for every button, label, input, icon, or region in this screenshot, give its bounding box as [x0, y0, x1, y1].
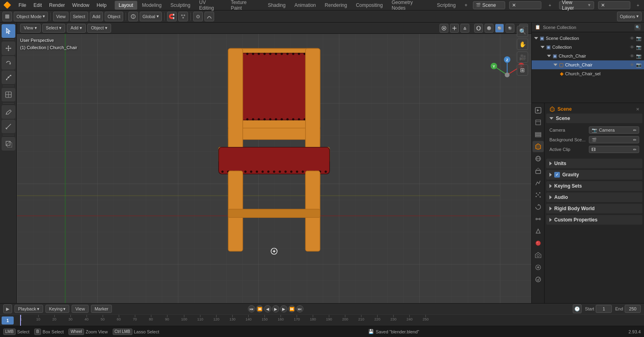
props-section-audio-header[interactable]: Audio — [546, 192, 642, 202]
props-section-rigid-header[interactable]: Rigid Body World — [546, 204, 642, 213]
props-tab-object-data[interactable] — [533, 225, 544, 237]
active-clip-value[interactable]: 🎞 ✏ — [589, 146, 639, 153]
tool-transform[interactable] — [2, 88, 15, 101]
tab-animation[interactable]: Animation — [290, 1, 320, 10]
camera-value[interactable]: 📷 Camera ✏ — [589, 126, 639, 134]
outliner-row-church-chair-obj[interactable]: ▢ Church_Chair 👁 📷 — [532, 60, 644, 69]
menu-file[interactable]: File — [15, 1, 29, 10]
marker-menu-btn[interactable]: Marker — [91, 305, 112, 313]
mode-selector[interactable]: Object Mode ▾ — [14, 12, 48, 21]
mode-icon-btn[interactable] — [2, 12, 12, 21]
vis-icon-3[interactable]: 👁 — [630, 54, 634, 59]
tool-move[interactable] — [2, 41, 15, 55]
add-viewlayer-btn[interactable]: + — [634, 1, 642, 10]
add-menu-btn[interactable]: Add — [90, 12, 103, 21]
close-scene-btn[interactable]: ✕ — [509, 1, 541, 9]
props-tab-object[interactable] — [533, 165, 544, 176]
proportional-edit-btn[interactable]: ⊙ — [193, 12, 203, 21]
transform-orient-icon[interactable] — [128, 12, 138, 21]
snap-type-btn[interactable] — [178, 12, 188, 21]
vp-wireframe-btn[interactable] — [474, 24, 483, 33]
view-menu-btn-timeline[interactable]: View — [72, 305, 89, 313]
tool-scale[interactable] — [2, 70, 15, 84]
transform-orient-selector[interactable]: Global ▾ — [140, 12, 162, 21]
tool-cursor[interactable] — [2, 24, 15, 38]
props-section-scene-header[interactable]: Scene — [546, 114, 642, 123]
menu-help[interactable]: Help — [93, 1, 110, 10]
vp-solid-btn[interactable] — [485, 24, 493, 33]
props-tab-world[interactable] — [533, 153, 544, 164]
keying-menu-btn[interactable]: Keying ▾ — [45, 305, 70, 313]
vp-material-btn[interactable] — [495, 24, 504, 33]
tab-compositing[interactable]: Compositing — [352, 1, 387, 10]
tab-modeling[interactable]: Modeling — [138, 1, 166, 10]
props-section-gravity-header[interactable]: ✓ Gravity — [546, 170, 642, 180]
tab-sculpting[interactable]: Sculpting — [166, 1, 194, 10]
outliner-row-church-chair-coll[interactable]: ▣ Church_Chair 👁 📷 — [532, 52, 644, 60]
select-menu-btn[interactable]: Select — [70, 12, 88, 21]
props-tab-material[interactable] — [533, 238, 544, 249]
menu-render[interactable]: Render — [46, 1, 68, 10]
proportional-type-btn[interactable] — [204, 12, 214, 21]
object-menu-btn[interactable]: Object — [105, 12, 123, 21]
playback-menu-btn[interactable]: Playback ▾ — [14, 305, 43, 313]
vp-pan-btn[interactable]: ✋ — [517, 39, 528, 50]
render-icon-2[interactable]: 📷 — [636, 45, 642, 50]
play-btn[interactable]: ▶ — [272, 305, 279, 312]
timeline-playhead[interactable] — [20, 315, 21, 326]
props-tab-extra2[interactable] — [533, 274, 544, 285]
render-icon-4[interactable]: 📷 — [636, 62, 642, 68]
tab-layout[interactable]: Layout — [115, 1, 137, 10]
vp-object-menu[interactable]: Object ▾ — [87, 24, 111, 33]
tool-measure[interactable] — [2, 120, 15, 133]
bg-scene-value[interactable]: 🎬 ✏ — [589, 136, 639, 143]
viewport[interactable]: View ▾ Select ▾ Add ▾ Object ▾ — [17, 23, 531, 303]
vis-icon-4[interactable]: 👁 — [630, 62, 634, 68]
props-section-units-header[interactable]: Units — [546, 159, 642, 168]
props-tab-particles[interactable] — [533, 189, 544, 201]
props-tab-constraints[interactable] — [533, 213, 544, 225]
vp-overlay-btn[interactable] — [440, 24, 448, 33]
visibility-icon[interactable]: 👁 — [630, 36, 634, 41]
vp-snap-btn[interactable] — [460, 24, 469, 33]
outliner-filter-btn[interactable]: 🔍 — [634, 24, 641, 31]
props-tab-extra1[interactable] — [533, 262, 544, 273]
props-tab-output[interactable] — [533, 117, 544, 128]
tab-uv-editing[interactable]: UV Editing — [195, 1, 226, 10]
menu-window[interactable]: Window — [69, 1, 93, 10]
timeline-ruler[interactable]: 1 1 10 20 30 40 — [0, 315, 644, 326]
step-back-btn[interactable]: ◀ — [264, 305, 271, 312]
vp-zoom-in-btn[interactable]: 🔍 — [517, 26, 528, 37]
tab-add[interactable]: + — [460, 1, 471, 10]
scene-name-field[interactable]: 🎬 Scene — [473, 1, 505, 9]
tab-texture-paint[interactable]: Texture Paint — [227, 1, 263, 10]
tab-rendering[interactable]: Rendering — [321, 1, 351, 10]
add-scene-btn[interactable]: + — [545, 1, 554, 10]
props-tab-render[interactable] — [533, 105, 544, 116]
timeline-mode-icon[interactable]: ▶ — [3, 304, 12, 313]
view-layer-field[interactable]: View Layer ▼ — [559, 1, 594, 9]
vp-view-menu[interactable]: View ▾ — [20, 24, 41, 33]
next-keyframe-btn[interactable]: ⏩ — [288, 305, 295, 312]
props-section-custom-header[interactable]: Custom Properties — [546, 215, 642, 225]
vp-gizmo-btn[interactable] — [450, 24, 459, 33]
tab-scripting[interactable]: Scripting — [433, 1, 460, 10]
props-tab-viewlayer[interactable] — [533, 129, 544, 140]
vp-add-menu[interactable]: Add ▾ — [67, 24, 86, 33]
outliner-row-material[interactable]: ◆ Church_Chair_sel — [532, 69, 644, 78]
props-tab-scene-lower[interactable] — [533, 250, 544, 261]
menu-edit[interactable]: Edit — [30, 1, 45, 10]
vp-rendered-btn[interactable] — [506, 24, 514, 33]
props-tab-physics[interactable] — [533, 201, 544, 213]
render-icon-3[interactable]: 📷 — [636, 54, 642, 59]
snap-toggle-btn[interactable]: 🧲 — [167, 12, 177, 21]
props-tab-modifier[interactable] — [533, 177, 544, 188]
tool-add-cube[interactable] — [2, 137, 15, 151]
render-icon[interactable]: 📷 — [636, 36, 642, 41]
step-fwd-btn[interactable]: ▶ — [280, 305, 287, 312]
tool-rotate[interactable] — [2, 56, 15, 70]
close-viewlayer-btn[interactable]: ✕ — [598, 1, 630, 9]
outliner-row-collection[interactable]: ▣ Collection 👁 📷 — [532, 43, 644, 52]
tab-shading[interactable]: Shading — [264, 1, 289, 10]
tool-annotate[interactable] — [2, 105, 15, 119]
